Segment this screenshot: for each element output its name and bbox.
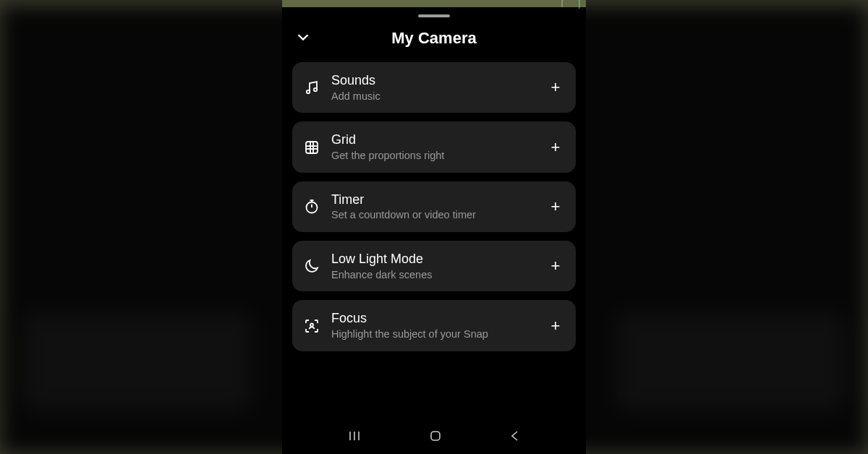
row-text: Grid Get the proportions right [331,132,537,162]
svg-point-0 [307,90,310,93]
row-subtitle: Add music [331,90,537,103]
add-button[interactable]: + [547,197,564,216]
row-title: Focus [331,310,537,327]
row-low-light[interactable]: Low Light Mode Enhance dark scenes + [292,241,576,291]
chevron-down-icon [295,35,311,47]
music-note-icon [302,78,321,97]
sheet-grab-handle[interactable] [418,14,450,17]
svg-point-11 [310,323,313,326]
row-title: Timer [331,192,537,208]
camera-settings-sheet: My Camera Sounds Add music + Grid [282,7,586,454]
row-text: Sounds Add music [331,72,537,103]
collapse-button[interactable] [295,29,311,48]
row-title: Low Light Mode [331,251,537,267]
row-grid[interactable]: Grid Get the proportions right + [292,121,576,172]
svg-point-1 [314,88,317,91]
svg-rect-15 [431,432,440,440]
row-subtitle: Highlight the subject of your Snap [331,327,537,341]
android-nav-bar [292,424,576,454]
row-sounds[interactable]: Sounds Add music + [292,62,576,113]
sheet-title: My Camera [391,29,476,48]
settings-list: Sounds Add music + Grid Get the proporti… [292,62,576,351]
recents-icon[interactable] [346,429,362,446]
row-subtitle: Set a countdown or video timer [331,208,537,222]
grid-icon [302,138,321,157]
row-text: Timer Set a countdown or video timer [331,192,537,222]
add-button[interactable]: + [547,78,564,97]
svg-rect-2 [306,142,318,153]
sheet-header: My Camera [292,25,576,52]
home-icon[interactable] [428,429,443,446]
row-text: Low Light Mode Enhance dark scenes [331,251,537,281]
back-icon[interactable] [509,429,522,446]
focus-icon [302,317,321,335]
row-focus[interactable]: Focus Highlight the subject of your Snap… [292,300,576,351]
add-button[interactable]: + [547,257,564,275]
status-bar [282,0,586,7]
row-subtitle: Get the proportions right [331,149,537,163]
stopwatch-icon [302,197,321,216]
phone-frame: My Camera Sounds Add music + Grid [282,0,586,454]
row-text: Focus Highlight the subject of your Snap [331,310,537,340]
row-subtitle: Enhance dark scenes [331,268,537,282]
add-button[interactable]: + [547,317,564,335]
moon-icon [302,257,321,275]
add-button[interactable]: + [547,138,564,157]
row-title: Grid [331,132,537,148]
row-timer[interactable]: Timer Set a countdown or video timer + [292,181,576,232]
row-title: Sounds [331,72,537,89]
